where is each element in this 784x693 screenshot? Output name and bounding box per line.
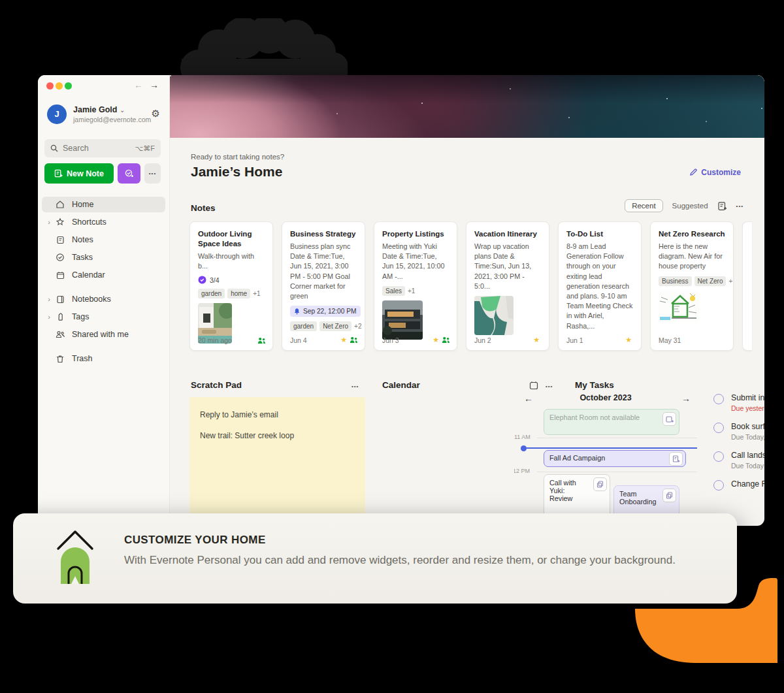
close-window-button[interactable] [46,82,54,89]
calendar-event[interactable]: Fall Ad Campaign [544,450,686,467]
orange-corner-decoration [627,575,784,669]
gear-icon[interactable]: ⚙ [152,108,160,120]
new-task-button[interactable] [118,163,140,184]
task-row[interactable]: Book surfing lessons for Avery ⚑ Due Tod… [707,422,764,442]
page: ← → J Jamie Gold ⌄ jamiegold@evernote.co… [0,0,784,693]
note-card[interactable]: Business Strategy Business plan sync Dat… [282,221,365,351]
note-card[interactable]: To-Do List 8-9 am Lead Generation Follow… [558,221,642,351]
zoom-window-button[interactable] [65,82,72,89]
task-checkbox[interactable] [713,423,724,433]
note-date: Jun 1 [566,336,625,344]
tag-chip[interactable]: Net Zero [319,321,351,331]
scratch-line: New trail: Sutter creek loop [200,431,355,440]
sidebar-item-tasks[interactable]: Tasks [42,250,165,265]
greeting-text: Ready to start taking notes? [191,153,284,161]
sidebar-item-shared-with-me[interactable]: Shared with me [42,327,165,342]
scratch-line: Reply to Jamie’s email [200,410,355,419]
search-input[interactable]: Search ⌥⌘F [44,139,161,157]
note-card[interactable]: Property Listings Meeting with Yuki Date… [374,221,457,351]
note-actions-menu-button[interactable]: ••• [144,163,161,184]
note-plus-icon[interactable] [717,201,727,211]
trash-icon [54,355,67,363]
scratch-pad-menu-button[interactable]: ••• [351,383,359,389]
task-checkbox[interactable] [713,451,724,462]
avatar: J [47,105,67,124]
previous-month-button[interactable]: ← [524,393,533,404]
new-note-label: New Note [67,169,104,178]
tag-chip[interactable]: garden [198,289,225,298]
calendar-today-icon[interactable] [529,381,538,390]
tag-chip[interactable]: garden [290,321,317,331]
history-back-icon[interactable]: ← [134,80,143,90]
calendar-widget-title: Calendar [382,380,420,390]
note-card-partial[interactable] [742,221,752,351]
task-row[interactable]: Call landscaper ⚑ Due Today [707,451,764,470]
scratch-pad[interactable]: Reply to Jamie’s email New trail: Sutter… [189,397,365,526]
customize-button[interactable]: Customize [689,168,741,177]
filter-suggested-button[interactable]: Suggested [672,202,708,210]
chevron-right-icon[interactable]: › [44,313,54,321]
sidebar-item-notebooks[interactable]: › Notebooks [42,291,165,307]
tag-chip[interactable]: home [227,289,250,298]
notes-more-menu-button[interactable]: ••• [736,203,743,209]
tag-chip[interactable]: Net Zero [694,276,727,286]
history-forward-icon[interactable]: → [150,80,159,90]
task-row[interactable]: Change Ray’s doctor’s app [707,479,764,499]
shared-people-icon [350,336,358,344]
chevron-right-icon[interactable]: › [44,218,54,226]
note-card[interactable]: Outdoor Living Space Ideas Walk-through … [189,221,273,351]
account-switcher[interactable]: J Jamie Gold ⌄ jamiegold@evernote.com ⚙ [47,105,163,125]
sidebar: ← → J Jamie Gold ⌄ jamiegold@evernote.co… [38,75,170,526]
task-due-date: Due yesterday [731,404,764,412]
note-card[interactable]: Vacation Itinerary Wrap up vacation plan… [466,221,549,351]
sidebar-item-home[interactable]: Home [42,197,165,212]
task-checkbox[interactable] [713,480,724,491]
task-row[interactable]: Submit insurance claim Due yesterday [707,393,764,413]
calendar-events: Elephant Room not available 11 AM Fall A… [514,408,697,525]
next-month-button[interactable]: → [681,393,691,404]
home-house-icon [56,524,94,584]
decorative-blob [171,18,348,76]
note-plus-icon[interactable] [672,455,680,463]
more-tags-count: +2 [354,323,361,330]
tag-icon [54,313,67,321]
more-tags-count: +1 [253,290,260,297]
sidebar-item-tags[interactable]: › Tags [42,309,165,325]
tag-chip[interactable]: Business [659,276,692,286]
note-date: Jun 4 [290,336,340,344]
calendar-menu-button[interactable]: ••• [546,383,553,389]
search-shortcut: ⌥⌘F [135,144,155,153]
new-note-button[interactable]: New Note [44,163,114,184]
note-icon [54,236,67,244]
hour-label: 12 PM [514,468,530,474]
notebook-icon [54,295,67,304]
copy-icon[interactable] [666,492,673,499]
note-card[interactable]: Net Zero Research Here is the new diagra… [650,221,734,351]
reminder-chip[interactable]: Sep 22, 12:00 PM [290,306,361,317]
search-icon [50,144,58,152]
sidebar-item-notes[interactable]: Notes [42,232,165,248]
more-tags-count: +1 [728,278,734,285]
copy-icon[interactable] [596,481,604,488]
star-icon: ★ [340,336,347,344]
tag-chip[interactable]: Sales [382,286,405,296]
calendar-plus-icon[interactable] [666,415,674,423]
calendar-event[interactable]: Elephant Room not available [544,409,679,435]
notes-section-title: Notes [191,203,216,213]
minimize-window-button[interactable] [56,82,63,89]
chevron-right-icon[interactable]: › [44,295,54,303]
hour-label: 11 AM [514,434,531,440]
filter-recent-button[interactable]: Recent [625,199,662,212]
sidebar-item-calendar[interactable]: Calendar [42,267,165,283]
sidebar-nav: Home › Shortcuts Notes Tasks [42,197,165,368]
sidebar-item-shortcuts[interactable]: › Shortcuts [42,214,165,230]
task-progress-icon [198,276,206,284]
note-date: Jun 2 [474,336,533,344]
star-icon: ★ [625,336,632,344]
my-tasks-title: My Tasks [575,380,614,390]
stars-decoration [170,75,171,76]
sidebar-item-trash[interactable]: Trash [42,351,165,366]
home-background-image [170,75,764,138]
task-checkbox[interactable] [713,394,724,404]
main-content: Ready to start taking notes? Jamie’s Hom… [170,75,764,526]
